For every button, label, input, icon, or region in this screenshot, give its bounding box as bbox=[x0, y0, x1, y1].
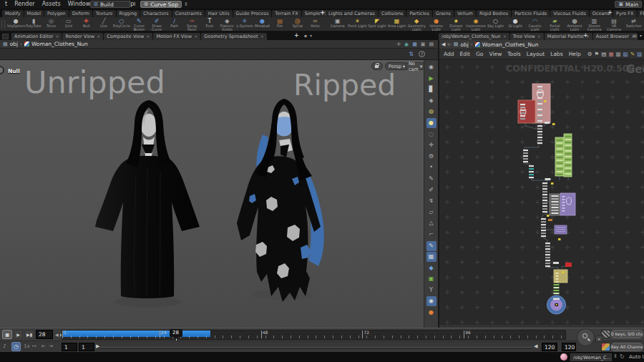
shelf-tool[interactable]: ● PolySphere bbox=[7, 17, 25, 31]
shelf-tool[interactable]: ╱ Line bbox=[95, 17, 113, 31]
shelf-tool[interactable]: @ Spiral bbox=[289, 17, 307, 31]
shelf-tool[interactable]: ▦ Area Light bbox=[387, 17, 407, 31]
close-icon[interactable]: × bbox=[55, 33, 59, 40]
range-end-icon[interactable]: ⇥ bbox=[49, 343, 53, 349]
network-toolbar-icon[interactable]: ✎ bbox=[630, 51, 635, 57]
network-graph[interactable]: CONFIDENTIAL H20.0.500 Geom bbox=[439, 59, 644, 325]
network-toolbar-icon[interactable]: ▤ bbox=[601, 51, 606, 57]
range-slider-left-handle[interactable]: ▶ bbox=[96, 343, 99, 349]
shelf-tab[interactable]: Modify bbox=[2, 10, 24, 17]
shelf-tool[interactable]: ◠ Caustic Light bbox=[525, 17, 545, 31]
viewport-tool-icon[interactable]: ✐ bbox=[426, 185, 436, 195]
shelf-tab[interactable]: Rigid Bodies bbox=[477, 10, 511, 17]
stop-button[interactable]: ■ bbox=[2, 330, 12, 339]
shelf-tool[interactable]: ● GI Light bbox=[505, 17, 525, 31]
path-root[interactable]: obj bbox=[10, 41, 18, 47]
shelf-tool[interactable]: ✎ Curve Bezier bbox=[130, 17, 148, 31]
node-path-spinner[interactable]: ⇕ bbox=[613, 353, 618, 359]
viewport-tool-icon[interactable]: ● bbox=[426, 308, 436, 318]
close-icon[interactable]: × bbox=[260, 33, 264, 40]
viewport-tool-icon[interactable]: Y bbox=[426, 285, 436, 295]
shelf-tab[interactable]: Particles bbox=[406, 10, 431, 17]
shelf-tool[interactable]: ∕ Path bbox=[165, 17, 183, 31]
menu-item[interactable]: Assets bbox=[39, 0, 64, 9]
shelf-tool[interactable]: ✑ Spray Paint bbox=[183, 17, 201, 31]
sort-icon[interactable]: ⇅ bbox=[409, 51, 414, 57]
shelf-tab[interactable]: Deform bbox=[69, 10, 92, 17]
shelf-tool[interactable]: ☀ Point Light bbox=[348, 17, 368, 31]
shelf-tab[interactable]: Model bbox=[24, 10, 44, 17]
shelf-tool[interactable]: ★ Distant Light bbox=[447, 17, 467, 31]
audio-icon[interactable]: ♪ bbox=[3, 343, 6, 349]
chevron-down-icon[interactable]: ▾ bbox=[310, 33, 312, 38]
pane-tab[interactable]: Motion FX View × bbox=[153, 33, 200, 40]
shelf-tool[interactable]: ✚ Null bbox=[77, 17, 95, 31]
viewport-tool-icon[interactable]: ◉ bbox=[426, 296, 436, 306]
viewport-tool-icon[interactable]: ◌ bbox=[426, 129, 436, 140]
shelf-tool[interactable]: ○ PolyCircle bbox=[113, 17, 131, 31]
pane-tab[interactable]: Animation Editor × bbox=[11, 33, 62, 40]
shelf-tool[interactable]: ◆ Geometry Light bbox=[406, 17, 426, 31]
current-node-path-field[interactable]: /obj/Woman_C... bbox=[570, 353, 612, 361]
pane-tab[interactable]: Asset Browser × bbox=[593, 33, 638, 40]
pane-tab[interactable]: /obj/Woman_Clothes_Nun × bbox=[439, 33, 509, 40]
camera-selector[interactable]: No cam ▾ bbox=[405, 62, 424, 70]
shelf-tab[interactable]: FEM bbox=[638, 10, 644, 17]
network-menu-item[interactable]: Go bbox=[476, 51, 483, 57]
shelf-tool[interactable]: ● Volume Light bbox=[426, 17, 447, 31]
auto-update-selector[interactable]: Auto Up bbox=[629, 354, 644, 360]
pane-tab[interactable]: Render View × bbox=[62, 33, 103, 40]
shelf-tab[interactable]: Guide Process bbox=[233, 10, 272, 17]
viewport-tool-icon[interactable]: ↯ bbox=[426, 196, 436, 206]
menu-item[interactable]: t bbox=[1, 0, 11, 9]
path-node[interactable]: Woman_Clothes_Nun bbox=[31, 41, 88, 47]
viewport-tool-icon[interactable]: ✎ bbox=[426, 241, 436, 251]
timeline-zoom-button[interactable] bbox=[577, 328, 595, 346]
desktop-main-selector[interactable]: ▣ Main bbox=[615, 1, 642, 8]
network-menu-item[interactable]: View bbox=[489, 51, 502, 57]
network-menu-item[interactable]: Tools bbox=[507, 51, 520, 57]
forward-icon[interactable]: ▶ bbox=[447, 41, 451, 47]
shelf-tool[interactable]: ▣ Camera bbox=[328, 17, 348, 31]
network-toolbar-icon[interactable]: ⚙ bbox=[587, 51, 592, 57]
shelf-tab[interactable]: Grains bbox=[433, 10, 454, 17]
playhead-flag[interactable]: 28 bbox=[170, 329, 182, 337]
shelf-tool[interactable]: ≈ Helix bbox=[306, 17, 324, 31]
desktop-spinner[interactable]: ⇕ bbox=[132, 1, 137, 8]
shelf-tab[interactable]: Polygon bbox=[44, 10, 69, 17]
shelf-tool[interactable]: ◎ Torus bbox=[42, 17, 60, 31]
go-to-end-button[interactable]: ▶▮ bbox=[24, 330, 34, 339]
viewport-tool-icon[interactable]: ⚙ bbox=[426, 152, 436, 162]
network-toolbar-icon[interactable]: ▧ bbox=[623, 51, 628, 57]
shelf-tool[interactable]: ◉ Environment Light bbox=[466, 17, 486, 31]
menu-item[interactable]: Render bbox=[11, 0, 38, 9]
shelf-tab[interactable]: Viscous Fluids bbox=[550, 10, 589, 17]
output-null-node[interactable] bbox=[547, 295, 566, 314]
current-frame-field[interactable]: 28 bbox=[36, 330, 53, 339]
shelf-tool[interactable]: ◤ Spot Light bbox=[367, 17, 387, 31]
prev-frame-button[interactable]: ◀ bbox=[55, 332, 59, 337]
key-all-channels-button[interactable]: Key All Channels bbox=[610, 343, 643, 351]
shelf-tool[interactable]: ◆ Platonic Solids bbox=[218, 17, 236, 31]
viewport-tool-icon[interactable]: △ bbox=[426, 218, 436, 228]
color-options-button[interactable] bbox=[601, 343, 610, 351]
shelf-tool[interactable]: ○ Sky Light bbox=[486, 17, 506, 31]
path-bar-icon[interactable]: ▣ bbox=[421, 41, 426, 47]
viewport-tool-icon[interactable]: ⌐ bbox=[426, 230, 436, 240]
path-bar-icon[interactable]: ✛ bbox=[396, 41, 401, 47]
shelf-tab[interactable]: Rigging bbox=[117, 10, 140, 17]
timeline-ruler[interactable]: 124487296120 bbox=[62, 330, 566, 340]
path-bar-icon[interactable]: ▤ bbox=[429, 41, 434, 47]
viewport-tool-icon[interactable]: ▶ bbox=[426, 74, 436, 84]
desktop-selector[interactable]: ⊞ Build bbox=[90, 1, 130, 8]
viewport-tool-icon[interactable]: ● bbox=[426, 118, 436, 128]
path-root[interactable]: obj bbox=[460, 41, 468, 48]
pane-menu-icon[interactable]: ▤ bbox=[633, 33, 637, 38]
viewport-3d[interactable]: Null Persp ▾ No cam ▾ Unripped Ripped bbox=[0, 60, 424, 328]
shelf-tab[interactable]: Pyro FX bbox=[613, 10, 637, 17]
shelf-tool[interactable]: ▤ VR Camera bbox=[604, 17, 624, 31]
keys-status-button[interactable]: 0 keys, 0/0 chan bbox=[610, 330, 643, 338]
shelf-tool[interactable]: ▭ Grid bbox=[60, 17, 78, 31]
viewport-tool-icon[interactable]: ▦ bbox=[426, 252, 436, 262]
range-slider-right-handle[interactable]: ◀ bbox=[534, 343, 537, 349]
